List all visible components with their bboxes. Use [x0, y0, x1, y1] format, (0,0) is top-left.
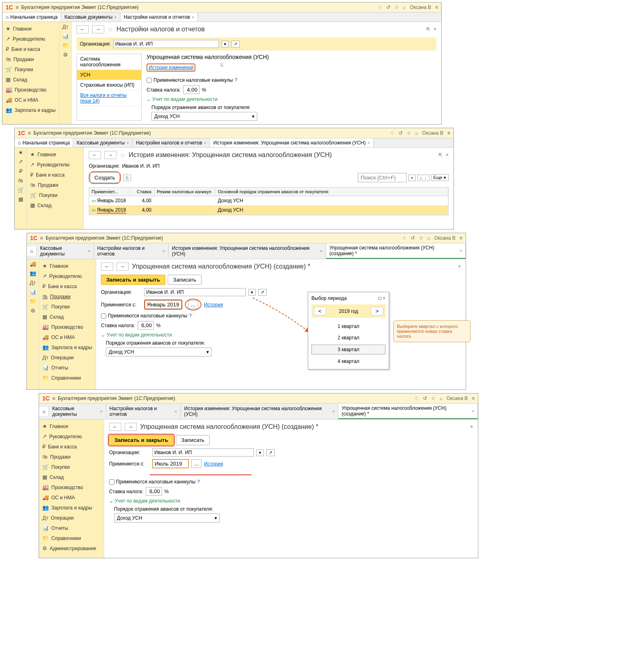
sidebar-item-sales[interactable]: 🛍Продажи: [39, 452, 104, 462]
tab-settings[interactable]: Настройки налогов и отчетов×: [94, 244, 169, 258]
open-button[interactable]: ↗: [266, 449, 275, 456]
sidebar-item-reports[interactable]: 📊Отчеты: [39, 523, 104, 533]
sidebar-item-warehouse[interactable]: ▦Склад: [39, 472, 104, 482]
reports-icon[interactable]: 📊: [62, 33, 69, 39]
org-input[interactable]: Иванов И. И. ИП: [144, 288, 246, 296]
nav-all-taxes[interactable]: Все налоги и отчеты (еще 14): [77, 90, 141, 106]
bell-icon[interactable]: ♢: [390, 130, 394, 136]
income-select[interactable]: Доход УСН▾: [151, 112, 257, 121]
col-rate[interactable]: Ставка: [130, 188, 154, 196]
favorite-icon[interactable]: ☆: [120, 151, 125, 159]
user-name[interactable]: Оксана В: [410, 4, 431, 10]
sidebar-item-main[interactable]: ★Главное: [39, 261, 96, 271]
col-applies[interactable]: Применяет...: [89, 188, 130, 196]
write-button[interactable]: Записать: [176, 435, 210, 445]
bell-icon[interactable]: ♢: [414, 396, 419, 401]
rate-input[interactable]: [146, 487, 162, 496]
sidebar-item-salary[interactable]: 👥Зарплата и кадры: [2, 105, 59, 115]
sidebar-item-manager[interactable]: ↗Руководителю: [27, 160, 83, 170]
period-picker-button[interactable]: ...: [191, 459, 202, 468]
close-icon[interactable]: ×: [332, 409, 335, 414]
help-icon[interactable]: ?: [189, 313, 192, 319]
clear-search-button[interactable]: ×: [408, 175, 416, 181]
tab-cash[interactable]: Кассовые документы×: [61, 13, 120, 22]
forward-button[interactable]: →: [104, 151, 116, 159]
prev-year-button[interactable]: <: [314, 307, 326, 315]
sidebar-item-bank[interactable]: ₽Банк и касса: [39, 442, 104, 452]
close-icon[interactable]: ×: [162, 249, 165, 254]
search-input[interactable]: [358, 173, 407, 182]
open-button[interactable]: ↗: [231, 41, 240, 48]
back-button[interactable]: ←: [109, 423, 121, 431]
people-icon[interactable]: 👥: [30, 270, 36, 276]
write-button[interactable]: Записать: [168, 275, 202, 285]
menu-icon[interactable]: ≡: [28, 130, 31, 136]
close-icon[interactable]: ×: [88, 249, 90, 254]
applies-input[interactable]: [145, 300, 182, 309]
tab-settings[interactable]: Настройки налогов и отчетов×: [106, 404, 181, 419]
menu-icon[interactable]: ≡: [40, 235, 43, 241]
close-icon[interactable]: ×: [114, 15, 116, 20]
sidebar-item-manager[interactable]: ↗Руководителю: [39, 431, 104, 442]
sidebar-item-os[interactable]: 🚚ОС и НМА: [2, 95, 59, 105]
period-picker-button[interactable]: ...: [188, 300, 198, 309]
history-link[interactable]: История: [204, 302, 223, 308]
org-input[interactable]: Иванов И. И. ИП: [152, 448, 254, 457]
history-icon[interactable]: ↺: [386, 4, 390, 10]
close-icon[interactable]: ×: [367, 140, 370, 145]
menu-icon[interactable]: ≡: [52, 395, 55, 402]
sidebar-item-sales[interactable]: 🛍Продажи: [27, 180, 83, 190]
table-row[interactable]: ▭ Январь 2018 4,00 Доход УСН: [89, 196, 448, 205]
search-icon[interactable]: ⌕: [415, 130, 418, 136]
sidebar-item-manager[interactable]: ↗Руководителю: [39, 271, 96, 281]
tab-settings[interactable]: Настройки налогов и отчетов×: [133, 138, 210, 147]
holidays-checkbox[interactable]: [147, 78, 152, 83]
sidebar-item-warehouse[interactable]: ▦Склад: [39, 312, 96, 322]
org-input[interactable]: Иванов И. И. ИП: [113, 40, 219, 48]
home-tab[interactable]: ⌂: [39, 407, 49, 416]
sidebar-item-main[interactable]: ★Главное: [39, 421, 104, 431]
close-icon[interactable]: ×: [126, 140, 129, 145]
quarter-3[interactable]: 3 квартал: [311, 345, 386, 354]
table-row[interactable]: ▭ Январь 2019 4,00 Доход УСН: [89, 205, 448, 215]
star-icon[interactable]: ★: [18, 149, 23, 155]
quarter-1[interactable]: 1 квартал: [329, 322, 368, 331]
user-menu-icon[interactable]: ≡: [460, 235, 462, 241]
gear-icon[interactable]: ⚙: [31, 308, 35, 314]
close-icon[interactable]: ×: [192, 15, 194, 20]
favorite-icon[interactable]: ☆: [107, 26, 113, 33]
maximize-icon[interactable]: □: [378, 295, 381, 301]
close-icon[interactable]: ×: [460, 248, 462, 253]
forward-button[interactable]: →: [92, 25, 104, 33]
basket-icon[interactable]: 🛒: [18, 187, 24, 193]
tab-cash[interactable]: Кассовые документы×: [37, 244, 94, 258]
boxes-icon[interactable]: ▦: [18, 196, 23, 202]
sidebar-item-os[interactable]: 🚚ОС и НМА: [39, 492, 104, 503]
sidebar-item-warehouse[interactable]: ▦Склад: [27, 200, 83, 210]
search-icon[interactable]: ⌕: [440, 396, 442, 401]
help-icon[interactable]: ?: [197, 479, 200, 485]
search-icon[interactable]: ⌕: [403, 4, 406, 10]
close-icon[interactable]: ×: [446, 152, 449, 158]
reports-icon[interactable]: 📊: [30, 289, 36, 295]
bell-icon[interactable]: ♢: [378, 4, 382, 10]
chart-icon[interactable]: ↗: [18, 159, 23, 165]
back-button[interactable]: ←: [101, 262, 113, 271]
write-close-button[interactable]: Записать и закрыть: [109, 435, 173, 445]
sidebar-item-operations[interactable]: ДтОперации: [39, 513, 104, 523]
link-icon[interactable]: ⇱: [438, 152, 442, 158]
sidebar-item-bank[interactable]: ₽Банк и касса: [2, 44, 59, 54]
holidays-checkbox[interactable]: [109, 479, 114, 485]
ruble-icon[interactable]: ₽: [19, 168, 22, 174]
sidebar-item-production[interactable]: 🏭Производство: [39, 482, 104, 492]
nav-tax-system[interactable]: Система налогообложения: [77, 54, 141, 70]
back-button[interactable]: ←: [89, 151, 101, 159]
star-icon[interactable]: ☆: [407, 130, 411, 136]
close-icon[interactable]: ×: [434, 26, 436, 32]
nav-insurance[interactable]: Страховые взносы (ИП): [77, 80, 141, 90]
income-select[interactable]: Доход УСН▾: [114, 514, 220, 522]
applies-input[interactable]: [152, 459, 189, 468]
close-icon[interactable]: ×: [472, 409, 474, 413]
dropdown-button[interactable]: ▾: [221, 41, 229, 48]
filter-button[interactable]: ⌕ ▾: [417, 175, 429, 181]
